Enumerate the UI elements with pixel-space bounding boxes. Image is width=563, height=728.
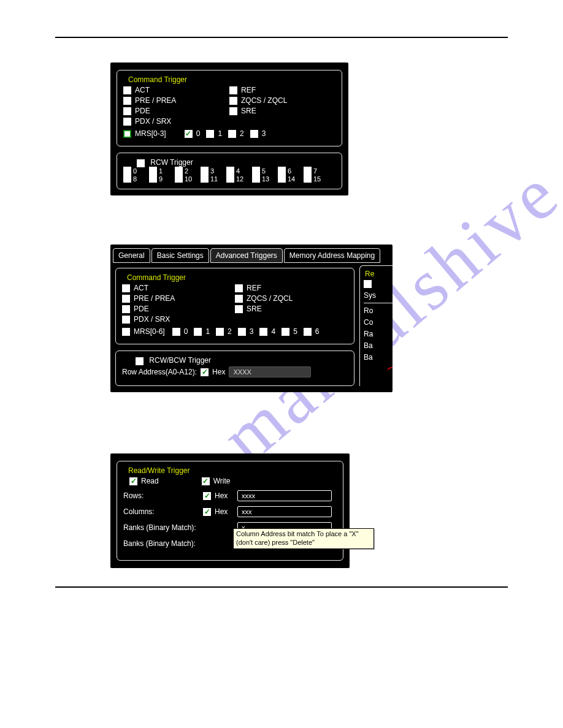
checkbox-rcw-bcw-enable[interactable] (136, 357, 144, 365)
group-rcw-bcw-trigger: RCW/BCW Trigger Row Address(A0-A12): Hex… (115, 351, 354, 386)
checkbox-ref[interactable]: REF (229, 86, 335, 94)
checkbox-write[interactable] (202, 477, 210, 485)
checkbox-mrs-1[interactable] (206, 130, 214, 138)
banks-label: Banks (Binary Match): (123, 539, 237, 548)
side-ba-label: Ba (364, 341, 393, 350)
legend-command-trigger-ddr4: Command Trigger (124, 273, 188, 282)
row-address-label: Row Address(A0-A12): (122, 368, 197, 376)
columns-label: Columns: (123, 507, 203, 516)
checkbox-rcw-4[interactable]: 4 (226, 167, 252, 175)
tab-memory-address-mapping[interactable]: Memory Address Mapping (284, 248, 380, 263)
checkbox-rcw-7[interactable]: 7 (304, 167, 329, 175)
group-command-trigger-ddr4: Command Trigger ACT PRE / PREA PDE PDX /… (115, 268, 354, 344)
checkbox-mrs2-5[interactable] (282, 328, 289, 336)
checkbox-sre-2[interactable]: SRE (235, 305, 348, 313)
side-sys-label: Sys (364, 291, 393, 300)
checkbox-ref-2[interactable]: REF (235, 284, 348, 292)
group-command-trigger: Command Trigger ACT PRE / PREA PDE PDX /… (117, 70, 342, 146)
row-address-input[interactable]: XXXX (229, 366, 311, 377)
tab-basic-settings[interactable]: Basic Settings (151, 248, 209, 263)
panel-command-trigger-ddr3: Command Trigger ACT PRE / PREA PDE PDX /… (110, 63, 348, 195)
checkbox-pre-prea-2[interactable]: PRE / PREA (122, 294, 235, 303)
checkbox-rcw-11[interactable]: 11 (201, 175, 226, 183)
checkbox-mrs-0[interactable] (185, 130, 193, 138)
checkbox-mrs2-2[interactable] (216, 328, 224, 336)
side-ro-label: Ro (364, 306, 393, 315)
checkbox-mrs2-1[interactable] (194, 328, 202, 336)
checkbox-sre[interactable]: SRE (229, 107, 335, 115)
top-rule (55, 37, 508, 38)
checkbox-rcw-15[interactable]: 15 (304, 175, 329, 183)
checkbox-pdx-srx[interactable]: PDX / SRX (123, 117, 229, 126)
rows-label: Rows: (123, 491, 203, 500)
checkbox-pde-2[interactable]: PDE (122, 305, 235, 313)
legend-rcw-bcw-trigger: RCW/BCW Trigger (133, 356, 213, 365)
checkbox-pdx-srx-2[interactable]: PDX / SRX (122, 315, 235, 324)
legend-command-trigger: Command Trigger (126, 75, 190, 84)
checkbox-rows-hex[interactable] (203, 492, 211, 500)
panel-advanced-triggers: General Basic Settings Advanced Triggers… (110, 245, 393, 392)
legend-rcw-trigger: RCW Trigger (134, 158, 196, 167)
ranks-label: Ranks (Binary Match): (123, 523, 237, 532)
checkbox-rcw-8[interactable]: 8 (123, 175, 149, 183)
checkbox-zqcs-zqcl[interactable]: ZQCS / ZQCL (229, 96, 335, 105)
legend-read-write-trigger: Read/Write Trigger (126, 466, 192, 475)
tab-general[interactable]: General (113, 248, 150, 263)
checkbox-pre-prea[interactable]: PRE / PREA (123, 96, 229, 105)
group-rcw-trigger: RCW Trigger 0 1 2 3 4 5 6 7 8 9 10 11 12… (117, 153, 342, 189)
checkbox-rcw-12[interactable]: 12 (226, 175, 252, 183)
checkbox-zqcs-zqcl-2[interactable]: ZQCS / ZQCL (235, 294, 348, 303)
tabbar: General Basic Settings Advanced Triggers… (110, 248, 393, 263)
side-title: Re (364, 270, 375, 278)
group-side-truncated: Re Sys Ro Co Ra Ba Ba ⁓ (359, 265, 393, 386)
checkbox-mrs-3[interactable] (250, 130, 258, 138)
checkbox-mrs-2[interactable] (228, 130, 236, 138)
checkbox-rcw-0[interactable]: 0 (123, 167, 149, 175)
side-ra-label: Ra (364, 330, 393, 338)
checkbox-rcw-9[interactable]: 9 (149, 175, 175, 183)
checkbox-columns-hex[interactable] (203, 508, 211, 516)
checkbox-rcw-3[interactable]: 3 (201, 167, 226, 175)
checkbox-rcw-enable[interactable] (137, 159, 145, 167)
row-hex-label: Hex (212, 368, 225, 376)
checkbox-rcw-10[interactable]: 10 (175, 175, 201, 183)
bottom-rule (55, 586, 508, 588)
panel-read-write-trigger: Read/Write Trigger Read Write Rows: Hex … (110, 453, 350, 568)
side-checkbox[interactable] (364, 280, 372, 288)
checkbox-rcw-6[interactable]: 6 (278, 167, 304, 175)
tooltip-column-address: Column Address bit match To place a "X"(… (233, 528, 374, 549)
columns-input[interactable]: xxx (237, 506, 332, 517)
checkbox-pde[interactable]: PDE (123, 107, 229, 115)
checkbox-act-2[interactable]: ACT (122, 284, 235, 292)
checkbox-rcw-1[interactable]: 1 (149, 167, 175, 175)
checkbox-mrs2-0[interactable] (172, 328, 180, 336)
checkbox-mrs2-4[interactable] (259, 328, 267, 336)
checkbox-rcw-13[interactable]: 13 (252, 175, 278, 183)
rows-input[interactable]: xxxx (237, 490, 332, 501)
tab-advanced-triggers[interactable]: Advanced Triggers (210, 248, 283, 263)
checkbox-mrs2-3[interactable] (238, 328, 246, 336)
side-co-label: Co (364, 318, 393, 327)
checkbox-read[interactable] (129, 477, 137, 485)
checkbox-mrs2-6[interactable] (304, 328, 312, 336)
checkbox-rcw-5[interactable]: 5 (252, 167, 278, 175)
checkbox-rcw-2[interactable]: 2 (175, 167, 201, 175)
checkbox-row-hex[interactable] (201, 368, 209, 376)
checkbox-act[interactable]: ACT (123, 86, 229, 94)
checkbox-mrs-0-6[interactable]: MRS[0-6] 0 1 2 3 4 5 6 (122, 327, 348, 336)
checkbox-rcw-14[interactable]: 14 (278, 175, 304, 183)
checkbox-mrs-0-3[interactable]: MRS[0-3] 0 1 2 3 (123, 129, 335, 138)
